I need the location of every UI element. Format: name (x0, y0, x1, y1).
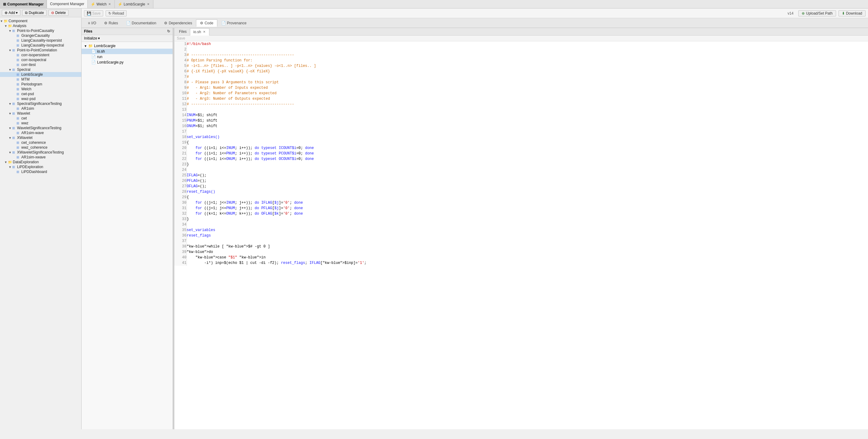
code-save-label[interactable]: Save (177, 36, 185, 40)
tree-item[interactable]: ▼⊞XWavelet (0, 135, 81, 140)
tree-item[interactable]: ▼📁DataExploration (0, 160, 81, 165)
line-number: 11 (175, 96, 187, 102)
delete-label: Delete (55, 11, 66, 15)
component-icon: ⊞ (12, 102, 17, 106)
tree-item[interactable]: ⊞cwt (0, 116, 81, 121)
code-line: 22 for ((i=1; i<=ONUM; i++)); do typeset… (175, 156, 868, 162)
tree-item[interactable]: ⊞corr-isospectral (0, 58, 81, 62)
tree-item[interactable]: ⊞wwz_coherence (0, 145, 81, 150)
line-code: reset_flags (187, 233, 868, 238)
line-code: # - Please pass 3 Arguments to this scri… (187, 80, 868, 85)
files-refresh-icon[interactable]: ↻ (167, 29, 170, 33)
tree-item[interactable]: ▼⊞Wavelet (0, 111, 81, 116)
tree-item[interactable]: ⊞MTM (0, 77, 81, 82)
tree-item[interactable]: ▼⊞Point-to-PointCorrelation (0, 48, 81, 53)
tree-item[interactable]: ⊞AR1sim-xwave (0, 155, 81, 160)
tab-lombscargle[interactable]: ⚡ LombScargle ✕ (115, 0, 153, 8)
code-editor[interactable]: 1#!/bin/bash2 3# -----------------------… (175, 41, 868, 429)
tree-item[interactable]: ⊞Periodogram (0, 82, 81, 87)
files-tree: ▼📁LombScargle📄io.sh📄run📄LombScargle.py (82, 42, 173, 429)
leaf-icon: ⊞ (17, 97, 21, 101)
tree-item[interactable]: ▼⊞SpectralSignificanceTesting (0, 101, 81, 106)
toolbar: 💾 Save ↻ Reload v14 ⊕ Upload/Set Path ⬇ … (82, 8, 868, 18)
tab-rules[interactable]: ⚙ Rules (100, 20, 122, 27)
tree-item[interactable]: ⊞corr-ttest (0, 62, 81, 67)
tree-item[interactable]: ▼📁Component (0, 19, 81, 24)
tree-item[interactable]: ⊞cwt-psd (0, 92, 81, 96)
tree-item[interactable]: ⊞wwz (0, 121, 81, 126)
line-code: # - Arg3: Number of Outputs expected (187, 96, 868, 102)
tab-component-manager[interactable]: Component Manager (47, 0, 88, 8)
line-code: # --------------------------------------… (187, 52, 868, 58)
add-button[interactable]: ⊕ Add ▾ (2, 10, 21, 16)
leaf-icon: ⊞ (17, 116, 21, 121)
tree-item[interactable]: ▼⊞Point-to-PointCausality (0, 28, 81, 33)
code-tabs: Files io.sh ✕ (175, 28, 868, 36)
file-doc-icon: 📄 (91, 49, 96, 54)
code-save-bar: Save (175, 36, 868, 41)
file-item[interactable]: 📄run (82, 54, 173, 60)
upload-button[interactable]: ⊕ Upload/Set Path (798, 10, 836, 16)
sidebar-toolbar: ⊕ Add ▾ ⧉ Duplicate ⊖ Delete (0, 8, 81, 17)
tree-item[interactable]: ▼⊞Spectral (0, 67, 81, 72)
tab-documentation[interactable]: 📄 Documentation (122, 20, 160, 27)
tab-provenance[interactable]: 📄 Provenance (217, 20, 250, 27)
tree-toggle-icon: ▼ (4, 24, 8, 28)
duplicate-icon: ⧉ (25, 11, 28, 15)
tree-item[interactable]: ⊞cwt_coherence (0, 140, 81, 145)
code-line: 32 for ((k=1; k<=ONUM; k++)); do OFLAG[$… (175, 211, 868, 216)
tree-item[interactable]: ⊞LiPDDashboard (0, 169, 81, 174)
tab-dependencies[interactable]: ⚙ Dependencies (160, 20, 196, 27)
line-number: 27 (175, 183, 187, 189)
tab-welch[interactable]: ⚡ Welch ✕ (88, 0, 115, 8)
tree-item[interactable]: ⊞AR1sim (0, 106, 81, 111)
leaf-icon: ⊞ (17, 141, 21, 145)
code-tab-iosh-close[interactable]: ✕ (203, 30, 206, 33)
delete-button[interactable]: ⊖ Delete (49, 10, 68, 16)
component-icon: ⊞ (12, 111, 17, 115)
tree-item[interactable]: ▼📁Analysis (0, 24, 81, 28)
tab-ls-close[interactable]: ✕ (146, 2, 150, 6)
tree-item[interactable]: ⊞Welch (0, 87, 81, 92)
folder-icon: 📁 (88, 44, 93, 48)
code-tab-files-label: Files (179, 30, 187, 34)
prov-label: Provenance (227, 21, 247, 25)
tree-item[interactable]: ▼⊞LiPDExploration (0, 165, 81, 169)
reload-button[interactable]: ↻ Reload (105, 10, 127, 16)
code-line: 39"kw-blue">do (175, 249, 868, 255)
duplicate-button[interactable]: ⧉ Duplicate (22, 10, 46, 16)
tree-item[interactable]: ⊞GrangerCausality (0, 33, 81, 38)
tree-item[interactable]: ⊞corr-isopersistent (0, 53, 81, 58)
tab-code[interactable]: ⚙ Code (196, 20, 217, 27)
tree-item[interactable]: ▼⊞WaveletSignificanceTesting (0, 126, 81, 130)
tab-io[interactable]: ≡ I/O (84, 20, 100, 27)
code-tab-files[interactable]: Files (176, 28, 190, 35)
plus-icon: ⊞ (3, 2, 6, 6)
tree-item[interactable]: ⊞LiangCausality-isopersist (0, 38, 81, 43)
code-line: 11# - Arg3: Number of Outputs expected (175, 96, 868, 102)
line-code: for ((j=1; j<=PNUM; j++)); do PFLAG[$j]=… (187, 205, 868, 211)
initialize-dropdown[interactable]: Initialize ▾ (82, 35, 173, 42)
file-item[interactable]: 📄io.sh (82, 48, 173, 54)
doc-label: Documentation (132, 21, 156, 25)
tab-welch-close[interactable]: ✕ (108, 2, 112, 6)
file-item[interactable]: 📄LombScargle.py (82, 60, 173, 65)
components-default-label[interactable]: ⊞ Component Manager (0, 0, 47, 8)
download-button[interactable]: ⬇ Download (838, 10, 866, 16)
code-tab-iosh[interactable]: io.sh ✕ (190, 28, 209, 36)
file-folder[interactable]: ▼📁LombScargle (82, 43, 173, 48)
tree-item[interactable]: ⊞wwz-psd (0, 96, 81, 101)
line-code: # (187, 74, 868, 80)
line-number: 8 (175, 80, 187, 85)
save-label: Save (92, 11, 100, 15)
tree-item[interactable]: ⊞LombScargle (0, 72, 81, 77)
code-line: 27OFLAG=(); (175, 183, 868, 189)
code-line: 26PFLAG=(); (175, 178, 868, 183)
save-button[interactable]: 💾 Save (84, 10, 103, 16)
line-code: "kw-blue">do (187, 249, 868, 255)
tab-welch-label: Welch (96, 2, 106, 6)
tab-ls-icon: ⚡ (118, 2, 122, 6)
tree-item[interactable]: ▼⊞XWaveletSignificanceTesting (0, 150, 81, 155)
tree-item[interactable]: ⊞LiangCausality-isospectral (0, 43, 81, 48)
tree-item[interactable]: ⊞AR1sim-wave (0, 130, 81, 135)
